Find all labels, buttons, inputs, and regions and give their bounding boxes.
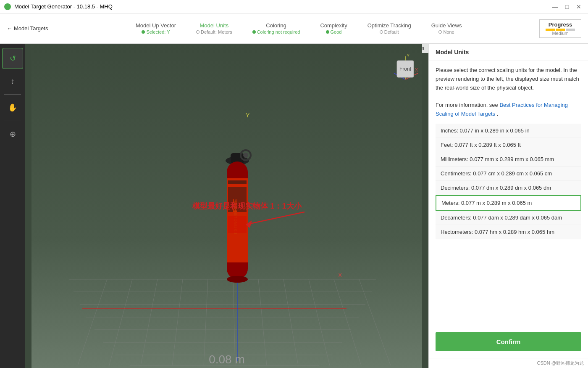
unit-row-decimeters[interactable]: Decimeters: 0.077 dm x 0.289 dm x 0.065 … [436, 181, 581, 195]
nav-step-label-guide-views: Guide Views [431, 22, 462, 29]
nav-steps: Model Up VectorSelected: YModel UnitsDef… [58, 22, 539, 34]
nav-step-guide-views[interactable]: Guide ViewsNone [421, 22, 472, 34]
right-panel: Model Units Please select the correct sc… [428, 44, 588, 368]
green-dot-icon [142, 30, 145, 34]
nav-step-sub-model-units: Default: Meters [196, 29, 232, 34]
unit-row-meters[interactable]: Meters: 0.077 m x 0.289 m x 0.065 m [436, 195, 581, 211]
unit-row-inches[interactable]: Inches: 0.077 in x 0.289 in x 0.065 in [436, 124, 581, 138]
nav-step-coloring[interactable]: ColoringColoring not required [242, 22, 310, 34]
confirm-button[interactable]: Confirm [436, 332, 581, 351]
titlebar: Model Target Generator - 10.18.5 - MHQ —… [0, 0, 588, 13]
back-label: Model Targets [14, 25, 48, 32]
nav-step-model-units[interactable]: Model UnitsDefault: Meters [186, 22, 242, 34]
nav-step-label-model-up-vector: Model Up Vector [136, 22, 176, 29]
panel-content: Please select the correct scaling units … [429, 61, 588, 327]
nav-step-sub-optimize-tracking: Default [380, 29, 399, 34]
hand-tool[interactable]: ✋ [2, 97, 23, 118]
navbar: ← Model Targets Model Up VectorSelected:… [0, 13, 588, 44]
toolbar-separator-2 [4, 121, 21, 121]
svg-point-33 [227, 276, 248, 283]
progress-sub: Medium [552, 31, 568, 36]
pan-tool[interactable]: ↕ [2, 71, 23, 92]
nav-step-label-coloring: Coloring [266, 22, 286, 29]
orientation-cube[interactable]: Y X Front [391, 52, 420, 82]
grid-canvas: FIRE EXTINGUISHER 0.08 m Y X [25, 44, 428, 368]
nav-step-complexity[interactable]: ComplexityGood [310, 22, 357, 34]
svg-text:X: X [338, 272, 342, 278]
minimize-button[interactable]: — [550, 2, 560, 12]
watermark: CSDN @野区捕龙为龙 [429, 358, 588, 368]
nav-step-label-optimize-tracking: Optimize Tracking [368, 22, 411, 29]
unit-row-hectometers[interactable]: Hectometers: 0.077 hm x 0.289 hm x 0.065… [436, 225, 581, 239]
progress-label: Progress [549, 21, 572, 28]
nav-step-sub-complexity: Good [326, 29, 342, 34]
back-arrow-icon: ← [7, 25, 12, 32]
gray-dot-icon [380, 30, 383, 34]
unit-row-centimeters[interactable]: Centimeters: 0.077 cm x 0.289 cm x 0.065… [436, 167, 581, 181]
app-logo [4, 3, 11, 10]
app-title: Model Target Generator - 10.18.5 - MHQ [14, 3, 113, 10]
panel-description: Please select the correct scaling units … [436, 66, 581, 119]
gray-dot-icon [196, 30, 200, 34]
rotate-tool[interactable]: ↺ [2, 48, 23, 69]
toolbar-separator [4, 94, 21, 95]
svg-point-25 [243, 153, 248, 158]
svg-text:Y: Y [246, 112, 250, 119]
back-button[interactable]: ← Model Targets [7, 25, 48, 32]
unit-list: Inches: 0.077 in x 0.289 in x 0.065 inFe… [436, 124, 581, 239]
nav-step-sub-guide-views: None [438, 29, 454, 34]
main-area: ↺ ↕ ✋ ⊕ Distance: 0.547 m [0, 44, 588, 368]
svg-text:Y: Y [407, 53, 410, 58]
titlebar-left: Model Target Generator - 10.18.5 - MHQ [4, 3, 113, 10]
svg-text:Front: Front [399, 66, 412, 72]
nav-step-label-complexity: Complexity [320, 22, 347, 29]
unit-row-decameters[interactable]: Decameters: 0.077 dam x 0.289 dam x 0.06… [436, 211, 581, 225]
close-button[interactable]: ✕ [574, 2, 584, 12]
unit-row-feet[interactable]: Feet: 0.077 ft x 0.289 ft x 0.065 ft [436, 138, 581, 152]
gray-dot-icon [438, 30, 442, 34]
nav-step-model-up-vector[interactable]: Model Up VectorSelected: Y [126, 22, 186, 34]
svg-rect-28 [228, 180, 247, 184]
maximize-button[interactable]: □ [562, 2, 572, 12]
svg-text:X: X [415, 67, 418, 72]
green-dot-icon [252, 30, 256, 34]
nav-step-optimize-tracking[interactable]: Optimize TrackingDefault [357, 22, 421, 34]
svg-rect-32 [228, 216, 247, 233]
target-tool[interactable]: ⊕ [2, 124, 23, 145]
unit-row-millimeters[interactable]: Millimeters: 0.077 mm x 0.289 mm x 0.065… [436, 152, 581, 167]
nav-step-sub-coloring: Coloring not required [252, 29, 300, 34]
svg-text:0.08 m: 0.08 m [209, 353, 245, 366]
green-dot-icon [326, 30, 329, 34]
nav-step-label-model-units: Model Units [200, 22, 229, 29]
progress-box: Progress Medium [539, 19, 581, 38]
window-controls: — □ ✕ [550, 2, 584, 12]
left-toolbar: ↺ ↕ ✋ ⊕ [0, 44, 25, 368]
panel-title: Model Units [429, 44, 588, 61]
nav-step-sub-model-up-vector: Selected: Y [142, 29, 170, 34]
3d-viewport[interactable]: Distance: 0.547 m [25, 44, 428, 368]
